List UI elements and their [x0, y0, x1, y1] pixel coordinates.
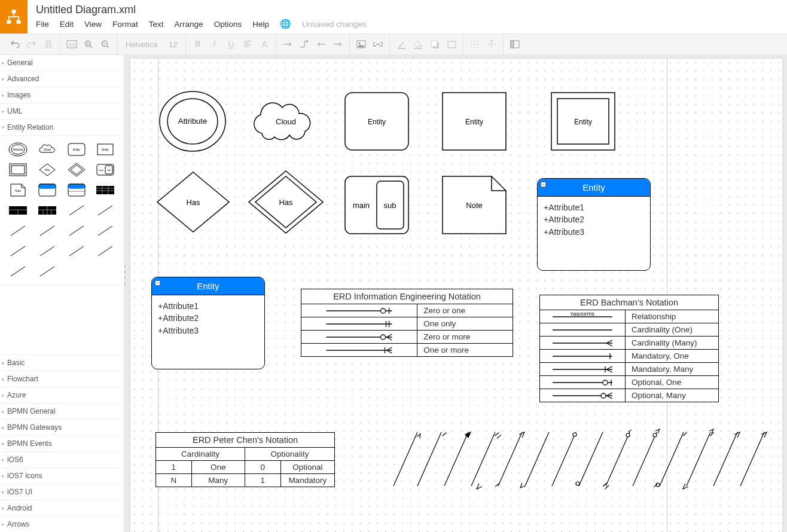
font-color-button[interactable]: A [257, 36, 272, 52]
stencil-main-sub[interactable]: mainsub [92, 161, 118, 179]
stencil-table-dark[interactable] [92, 181, 118, 199]
insert-image-button[interactable] [353, 36, 369, 52]
line-start-button[interactable] [313, 36, 329, 52]
underline-button[interactable]: U [223, 36, 239, 52]
waypoint-button[interactable] [297, 36, 312, 52]
stencil-cloud[interactable]: Cloud [34, 140, 60, 158]
sidebar-panel-bpmn-events[interactable]: BPMN Events [0, 435, 124, 451]
shape-has-diamond[interactable]: Has [154, 169, 232, 235]
sidebar-splitter[interactable] [124, 263, 126, 287]
sidebar-panel-android[interactable]: Android [0, 500, 124, 516]
shape-entity-rect[interactable]: Entity [441, 91, 507, 151]
rounded-button[interactable] [444, 36, 459, 52]
shape-cloud[interactable]: Cloud [250, 94, 322, 148]
sidebar-panel-ios7-icons[interactable]: iOS7 Icons [0, 467, 124, 484]
undo-button[interactable] [7, 36, 23, 52]
shape-entity-rounded[interactable]: Entity [344, 91, 410, 151]
stencil-line-7[interactable] [5, 242, 31, 260]
stencil-note[interactable]: Note [5, 181, 31, 199]
zoom-out-button[interactable] [97, 36, 113, 52]
line-color-button[interactable] [394, 36, 409, 52]
menu-options[interactable]: Options [214, 20, 242, 29]
stencil-line-12[interactable] [34, 262, 60, 280]
sidebar-panel-entity-relation[interactable]: Entity Relation [0, 120, 124, 136]
guides-button[interactable] [484, 36, 499, 52]
sidebar-panel-arrows[interactable]: Arrows [0, 516, 124, 532]
shape-attribute[interactable]: Attribute [157, 88, 228, 154]
sidebar-panel-flowchart[interactable]: Flowchart [0, 371, 124, 387]
zoom-actual-button[interactable]: 1:1 [64, 36, 80, 52]
shape-has-double-diamond[interactable]: Has [247, 169, 325, 235]
stencil-line-11[interactable] [5, 262, 31, 280]
canvas[interactable]: Attribute Cloud Entity Entity Entity Has… [130, 59, 782, 532]
shape-main-sub[interactable]: mainsub [344, 175, 410, 235]
stencil-table-dark3[interactable] [34, 201, 60, 219]
sidebar-panel-ios6[interactable]: iOS6 [0, 451, 124, 467]
menu-arrange[interactable]: Arrange [175, 20, 203, 29]
collapse-icon[interactable]: − [541, 182, 546, 187]
shape-entity-table-1[interactable]: −Entity +Attribute1 +Attribute2 +Attribu… [537, 178, 651, 271]
sidebar-panel-uml[interactable]: UML [0, 103, 124, 120]
shape-chen-notation-table[interactable]: ERD Peter Chen's Notation Cardinality Op… [155, 432, 335, 487]
collapse-icon[interactable]: − [155, 280, 160, 286]
shape-entity-table-2[interactable]: −Entity +Attribute1 +Attribute2 +Attribu… [151, 277, 265, 369]
sidebar-panel-general[interactable]: General [0, 55, 124, 71]
sidebar-panel-basic[interactable]: Basic [0, 354, 124, 371]
shape-entity-double[interactable]: Entity [550, 91, 616, 151]
connection-arrow-button[interactable] [280, 36, 295, 52]
stencil-line-8[interactable] [34, 242, 60, 260]
stencil-line-2[interactable] [92, 201, 118, 219]
sidebar-panel-bpmn-gateways[interactable]: BPMN Gateways [0, 419, 124, 435]
shadow-button[interactable] [427, 36, 443, 52]
svg-point-140 [626, 433, 630, 437]
menu-edit[interactable]: Edit [60, 20, 74, 29]
stencil-entity-rect[interactable]: Entity [92, 140, 118, 158]
stencil-entity-table-blue2[interactable] [63, 181, 90, 199]
italic-button[interactable]: I [206, 36, 222, 52]
grid-button[interactable] [467, 36, 483, 52]
stencil-line-10[interactable] [92, 242, 118, 260]
shape-bachman-notation-table[interactable]: ERD Bachman's Notation has/formsRelation… [539, 295, 719, 402]
shape-ie-notation-table[interactable]: ERD Information Engineering Notation Zer… [301, 289, 513, 357]
sidebar-panel-azure[interactable]: Azure [0, 387, 124, 403]
sidebar-panel-ios7-ui[interactable]: iOS7 UI [0, 484, 124, 500]
outline-button[interactable] [507, 36, 523, 52]
stencil-line-5[interactable] [63, 222, 90, 240]
sidebar-panel-bpmn-general[interactable]: BPMN General [0, 403, 124, 419]
sidebar-panel-advanced[interactable]: Advanced [0, 71, 124, 87]
menu-help[interactable]: Help [252, 20, 269, 29]
sidebar-panel-images[interactable]: Images [0, 87, 124, 103]
menu-file[interactable]: File [36, 20, 49, 29]
stencil-entity-table-blue[interactable] [34, 181, 60, 199]
shape-connector-lines[interactable] [382, 426, 776, 504]
fill-color-button[interactable] [410, 36, 426, 52]
menu-text[interactable]: Text [149, 20, 164, 29]
menu-view[interactable]: View [84, 20, 102, 29]
bold-button[interactable]: B [190, 36, 205, 52]
app-logo[interactable] [0, 0, 28, 33]
line-end-button[interactable] [330, 36, 346, 52]
stencil-entity-double[interactable] [5, 161, 31, 179]
language-icon[interactable]: 🌐 [280, 19, 291, 29]
stencil-line-9[interactable] [63, 242, 90, 260]
stencil-line-1[interactable] [63, 201, 90, 219]
document-title[interactable]: Untitled Diagram.xml [36, 4, 780, 16]
delete-button[interactable] [41, 36, 56, 52]
insert-link-button[interactable] [370, 36, 386, 52]
stencil-table-dark2[interactable] [5, 201, 31, 219]
redo-button[interactable] [24, 36, 39, 52]
stencil-entity-rounded[interactable]: Entity [63, 140, 90, 158]
font-size-select[interactable]: 12 [164, 40, 182, 49]
shape-note[interactable]: Note [441, 175, 507, 235]
font-family-select[interactable]: Helvetica [121, 40, 163, 49]
zoom-in-button[interactable] [81, 36, 96, 52]
stencil-line-3[interactable] [5, 222, 31, 240]
stencil-attribute[interactable]: Attribute [5, 140, 31, 158]
stencil-line-4[interactable] [34, 222, 60, 240]
stencil-has-double-diamond[interactable] [63, 161, 90, 179]
menu-format[interactable]: Format [112, 20, 138, 29]
align-button[interactable] [240, 36, 255, 52]
stencil-line-6[interactable] [92, 222, 118, 240]
canvas-area[interactable]: Attribute Cloud Entity Entity Entity Has… [124, 55, 787, 532]
stencil-has-diamond[interactable]: Has [34, 161, 60, 179]
